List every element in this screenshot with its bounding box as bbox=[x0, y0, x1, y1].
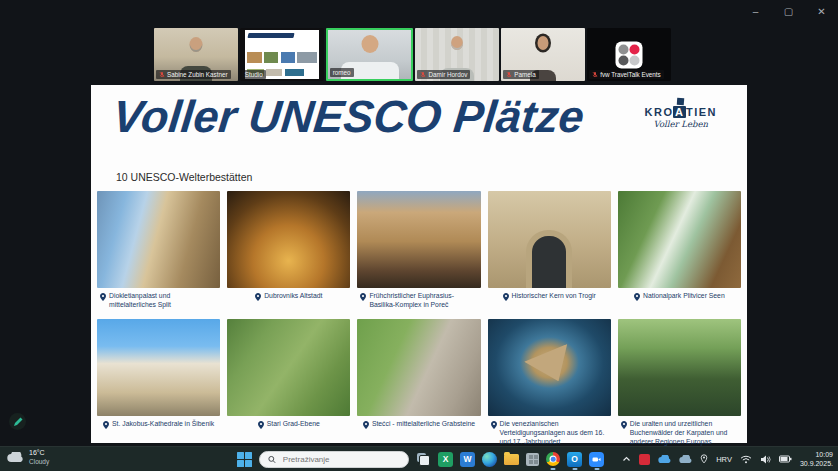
site-caption: Diokletianpalast und mittelalterliches S… bbox=[109, 292, 217, 316]
task-view-icon[interactable] bbox=[416, 452, 431, 467]
camera-icon bbox=[592, 455, 601, 464]
participant-name-label: fvw TravelTalk Events bbox=[589, 70, 664, 79]
kroatien-logo-claim: Voller Leben bbox=[645, 119, 717, 129]
grid-app-icon[interactable] bbox=[526, 453, 539, 466]
avatar bbox=[189, 37, 202, 52]
mini-slide-thumbnails bbox=[247, 52, 317, 63]
tray-red-app-icon[interactable] bbox=[639, 454, 650, 465]
maximize-button[interactable]: ▢ bbox=[772, 0, 805, 24]
keyboard-language[interactable]: HRV bbox=[716, 455, 732, 464]
location-pin-icon bbox=[503, 293, 509, 301]
site-photo-sibenik bbox=[97, 319, 220, 416]
participant-name-label: romeo bbox=[330, 68, 354, 77]
search-input[interactable] bbox=[281, 454, 400, 465]
mic-muted-icon bbox=[159, 71, 165, 78]
site-photo-dubrovnik bbox=[227, 191, 350, 288]
logo-circle bbox=[619, 44, 629, 54]
location-pin-icon bbox=[621, 421, 627, 429]
participant-name-label: Sabine Zubin Kastner bbox=[156, 70, 231, 79]
unesco-site-card: Stećci - mittelalterliche Grabsteine bbox=[357, 319, 480, 446]
mic-muted-icon bbox=[592, 71, 598, 78]
edge-icon[interactable] bbox=[482, 452, 497, 467]
minimize-button[interactable]: – bbox=[739, 0, 772, 24]
cloud-icon bbox=[7, 452, 24, 463]
location-pin-icon bbox=[363, 421, 369, 429]
site-photo-beech-forests bbox=[618, 319, 741, 416]
chrome-icon[interactable] bbox=[546, 452, 560, 466]
mic-muted-icon bbox=[506, 71, 512, 78]
tray-time: 10:09 bbox=[800, 450, 833, 459]
speaker-icon[interactable] bbox=[760, 455, 771, 464]
site-photo-split bbox=[97, 191, 220, 288]
site-photo-trogir bbox=[488, 191, 611, 288]
avatar bbox=[361, 35, 378, 53]
kroatien-logo-square bbox=[677, 98, 684, 105]
participant-name: fvw TravelTalk Events bbox=[600, 71, 661, 78]
participant-tile[interactable]: fvw TravelTalk Events bbox=[587, 28, 671, 81]
participant-tile[interactable]: Studio bbox=[240, 28, 324, 81]
wifi-icon[interactable] bbox=[740, 455, 752, 464]
site-caption: Historischer Kern von Trogir bbox=[512, 292, 596, 316]
windows-taskbar: 16°C Cloudy X W O HRV bbox=[0, 446, 838, 471]
word-icon[interactable]: W bbox=[460, 452, 475, 467]
excel-icon[interactable]: X bbox=[438, 452, 453, 467]
annotation-pencil-button[interactable] bbox=[9, 413, 26, 430]
participant-tile[interactable]: Damir Hordov bbox=[415, 28, 499, 81]
weather-condition: Cloudy bbox=[29, 458, 49, 466]
running-indicator bbox=[594, 468, 599, 470]
location-pin-icon bbox=[634, 293, 640, 301]
location-pin-icon bbox=[258, 421, 264, 429]
participant-name: Pamela bbox=[514, 71, 535, 78]
participant-name: Damir Hordov bbox=[428, 71, 467, 78]
taskbar-center: X W O bbox=[237, 447, 604, 471]
site-caption: Nationalpark Plitvicer Seen bbox=[643, 292, 725, 316]
site-photo-stecci bbox=[357, 319, 480, 416]
site-photo-porec bbox=[357, 191, 480, 288]
logo-text-a: A bbox=[673, 106, 685, 118]
location-in-use-icon[interactable] bbox=[700, 454, 708, 464]
participant-strip: Sabine Zubin Kastner Studio romeo bbox=[154, 28, 671, 81]
participant-name-label: Damir Hordov bbox=[417, 70, 470, 79]
weather-widget[interactable]: 16°C Cloudy bbox=[7, 449, 49, 466]
clock[interactable]: 10:09 30.9.2025. bbox=[800, 450, 833, 469]
site-caption: Die venezianischen Verteidigungsanlagen … bbox=[500, 420, 608, 446]
location-pin-icon bbox=[255, 293, 261, 301]
location-pin-icon bbox=[491, 421, 497, 429]
search-box[interactable] bbox=[259, 451, 409, 468]
participant-name: romeo bbox=[333, 69, 351, 76]
site-photo-venetian-works bbox=[488, 319, 611, 416]
location-pin-icon bbox=[100, 293, 106, 301]
site-caption: Frühchristlicher Euphrasius-Basilika-Kom… bbox=[369, 292, 477, 316]
kroatien-logo-text: KROATIEN bbox=[645, 106, 717, 118]
participant-tile-active-speaker[interactable]: romeo bbox=[326, 28, 414, 81]
unesco-sites-grid: Diokletianpalast und mittelalterliches S… bbox=[97, 191, 741, 446]
onedrive-cloud-icon[interactable] bbox=[658, 455, 671, 464]
site-photo-stari-grad bbox=[227, 319, 350, 416]
zoom-app-icon[interactable] bbox=[589, 452, 604, 467]
mic-muted-icon bbox=[420, 71, 426, 78]
mini-slide-title bbox=[247, 33, 294, 38]
unesco-site-card: St. Jakobus-Kathedrale in Šibenik bbox=[97, 319, 220, 446]
fvw-traveltalk-logo bbox=[616, 41, 643, 68]
outlook-icon[interactable]: O bbox=[567, 452, 582, 467]
search-icon bbox=[268, 455, 276, 464]
cloud-sync-icon[interactable] bbox=[679, 455, 692, 464]
tray-date: 30.9.2025. bbox=[800, 459, 833, 468]
logo-text-post: TIEN bbox=[686, 106, 717, 118]
weather-temp: 16°C bbox=[29, 449, 49, 458]
logo-text-pre: KRO bbox=[645, 106, 674, 118]
avatar bbox=[538, 36, 549, 50]
chevron-up-icon[interactable] bbox=[622, 456, 631, 462]
start-button[interactable] bbox=[237, 452, 252, 467]
logo-circle bbox=[619, 55, 629, 65]
close-button[interactable]: ✕ bbox=[805, 0, 838, 24]
unesco-site-card: Dubrovniks Altstadt bbox=[227, 191, 350, 316]
battery-icon[interactable] bbox=[779, 455, 792, 463]
site-photo-plitvice bbox=[618, 191, 741, 288]
file-explorer-icon[interactable] bbox=[504, 454, 519, 465]
unesco-site-card: Nationalpark Plitvicer Seen bbox=[618, 191, 741, 316]
participant-tile[interactable]: Sabine Zubin Kastner bbox=[154, 28, 238, 81]
shared-screen-slide: Voller UNESCO Plätze 10 UNESCO-Welterbes… bbox=[91, 85, 747, 443]
site-caption: Dubrovniks Altstadt bbox=[264, 292, 322, 316]
participant-tile[interactable]: Pamela bbox=[501, 28, 585, 81]
